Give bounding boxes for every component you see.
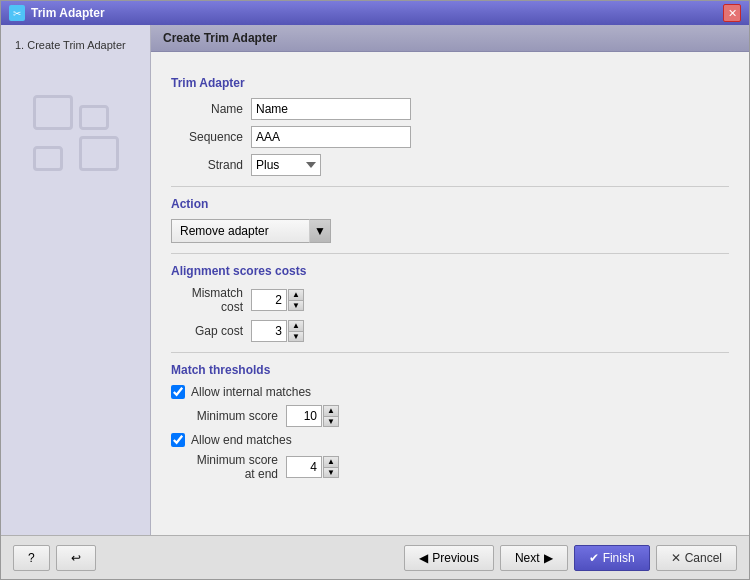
sidebar-watermark — [9, 95, 142, 171]
gap-spin-up[interactable]: ▲ — [288, 320, 304, 331]
mismatch-spin-up[interactable]: ▲ — [288, 289, 304, 300]
action-section-title: Action — [171, 197, 729, 211]
min-score-spinbox: ▲ ▼ — [286, 405, 339, 427]
allow-internal-checkbox[interactable] — [171, 385, 185, 399]
allow-internal-row: Allow internal matches — [171, 385, 729, 399]
cancel-button-label: Cancel — [685, 551, 722, 565]
reset-button[interactable]: ↩ — [56, 545, 96, 571]
watermark-shape-4 — [79, 136, 119, 171]
mismatch-spinbox: ▲ ▼ — [251, 289, 304, 311]
min-score-end-spin-down[interactable]: ▼ — [323, 467, 339, 478]
trim-adapter-section-title: Trim Adapter — [171, 76, 729, 90]
footer-left: ? ↩ — [13, 545, 96, 571]
name-input[interactable] — [251, 98, 411, 120]
footer: ? ↩ ◀ Previous Next ▶ ✔ Finish ✕ Cancel — [1, 535, 749, 579]
panel-header: Create Trim Adapter — [151, 25, 749, 52]
min-score-label: Minimum score — [191, 409, 286, 423]
gap-spin-buttons: ▲ ▼ — [288, 320, 304, 342]
allow-end-label: Allow end matches — [191, 433, 292, 447]
sidebar-item-create-trim-adapter[interactable]: 1. Create Trim Adapter — [9, 35, 142, 55]
cancel-button[interactable]: ✕ Cancel — [656, 545, 737, 571]
close-button[interactable]: ✕ — [723, 4, 741, 22]
footer-right: ◀ Previous Next ▶ ✔ Finish ✕ Cancel — [404, 545, 737, 571]
finish-button-label: Finish — [603, 551, 635, 565]
watermark-shapes — [33, 95, 119, 171]
gap-row: Gap cost ▲ ▼ — [171, 320, 729, 342]
watermark-shape-2 — [79, 105, 109, 130]
mismatch-spin-down[interactable]: ▼ — [288, 300, 304, 311]
allow-internal-label: Allow internal matches — [191, 385, 311, 399]
next-button-label: Next — [515, 551, 540, 565]
window-title: Trim Adapter — [31, 6, 105, 20]
name-row: Name — [171, 98, 729, 120]
min-score-end-spin-up[interactable]: ▲ — [323, 456, 339, 467]
gap-input[interactable] — [251, 320, 287, 342]
allow-end-row: Allow end matches — [171, 433, 729, 447]
title-bar-left: ✂ Trim Adapter — [9, 5, 105, 21]
help-button[interactable]: ? — [13, 545, 50, 571]
min-score-end-spinbox: ▲ ▼ — [286, 456, 339, 478]
window: ✂ Trim Adapter ✕ 1. Create Trim Adapter … — [0, 0, 750, 580]
min-score-spin-up[interactable]: ▲ — [323, 405, 339, 416]
content-area: 1. Create Trim Adapter Create Trim Adapt… — [1, 25, 749, 535]
min-score-end-label: Minimum score at end — [191, 453, 286, 481]
match-thresholds-section-title: Match thresholds — [171, 363, 729, 377]
finish-button[interactable]: ✔ Finish — [574, 545, 650, 571]
min-score-end-row: Minimum score at end ▲ ▼ — [191, 453, 729, 481]
next-button[interactable]: Next ▶ — [500, 545, 568, 571]
min-score-end-input[interactable] — [286, 456, 322, 478]
min-score-spin-buttons: ▲ ▼ — [323, 405, 339, 427]
strand-select[interactable]: Plus Minus — [251, 154, 321, 176]
gap-spin-down[interactable]: ▼ — [288, 331, 304, 342]
divider-2 — [171, 253, 729, 254]
previous-arrow-icon: ◀ — [419, 551, 428, 565]
strand-label: Strand — [171, 158, 251, 172]
mismatch-label: Mismatch cost — [171, 286, 251, 314]
previous-button[interactable]: ◀ Previous — [404, 545, 494, 571]
sequence-input[interactable] — [251, 126, 411, 148]
min-score-row: Minimum score ▲ ▼ — [191, 405, 729, 427]
sequence-label: Sequence — [171, 130, 251, 144]
mismatch-row: Mismatch cost ▲ ▼ — [171, 286, 729, 314]
sidebar: 1. Create Trim Adapter — [1, 25, 151, 535]
action-dropdown[interactable]: Remove adapter Trim adapter — [171, 219, 331, 243]
min-score-end-spin-buttons: ▲ ▼ — [323, 456, 339, 478]
app-icon: ✂ — [9, 5, 25, 21]
panel-body: Trim Adapter Name Sequence Strand Plus M… — [151, 52, 749, 535]
min-score-input[interactable] — [286, 405, 322, 427]
gap-spinbox: ▲ ▼ — [251, 320, 304, 342]
title-bar: ✂ Trim Adapter ✕ — [1, 1, 749, 25]
mismatch-spin-buttons: ▲ ▼ — [288, 289, 304, 311]
min-score-spin-down[interactable]: ▼ — [323, 416, 339, 427]
allow-end-checkbox[interactable] — [171, 433, 185, 447]
next-arrow-icon: ▶ — [544, 551, 553, 565]
action-row: Remove adapter Trim adapter ▼ — [171, 219, 729, 243]
gap-label: Gap cost — [171, 324, 251, 338]
alignment-scores-section-title: Alignment scores costs — [171, 264, 729, 278]
action-dropdown-wrapper: Remove adapter Trim adapter ▼ — [171, 219, 331, 243]
main-panel: Create Trim Adapter Trim Adapter Name Se… — [151, 25, 749, 535]
cancel-x-icon: ✕ — [671, 551, 681, 565]
watermark-shape-1 — [33, 95, 73, 130]
divider-1 — [171, 186, 729, 187]
divider-3 — [171, 352, 729, 353]
watermark-shape-3 — [33, 146, 63, 171]
finish-check-icon: ✔ — [589, 551, 599, 565]
name-label: Name — [171, 102, 251, 116]
previous-button-label: Previous — [432, 551, 479, 565]
mismatch-input[interactable] — [251, 289, 287, 311]
strand-row: Strand Plus Minus — [171, 154, 729, 176]
sequence-row: Sequence — [171, 126, 729, 148]
